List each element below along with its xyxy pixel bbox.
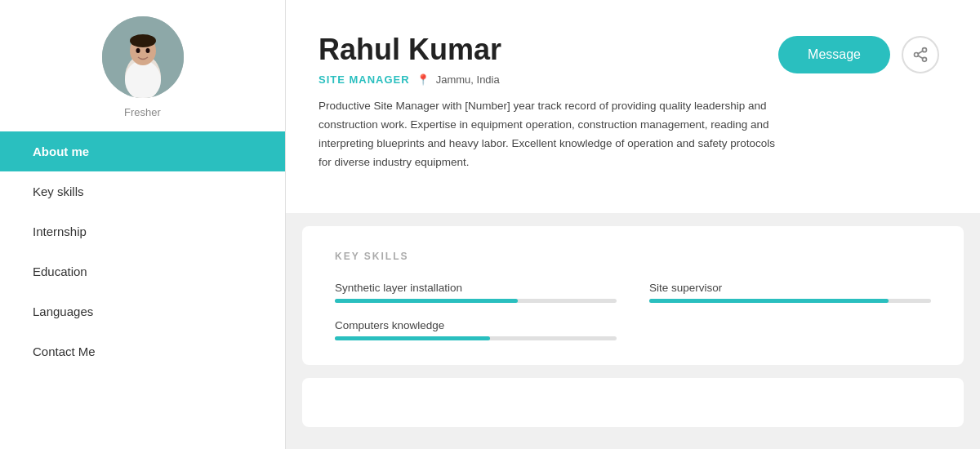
- svg-point-7: [145, 48, 149, 53]
- profile-header: Rahul Kumar SITE MANAGER 📍 Jammu, India …: [318, 33, 939, 172]
- skill-name-site-supervisor: Site supervisor: [649, 282, 931, 294]
- fresher-badge: Fresher: [124, 106, 161, 118]
- sidebar-item-about-me[interactable]: About me: [0, 131, 285, 171]
- profile-actions: Message: [778, 36, 939, 73]
- share-icon: [912, 47, 929, 63]
- skill-bar-bg-computers: [335, 336, 617, 340]
- skills-section: KEY SKILLS Synthetic layer installation …: [302, 226, 964, 365]
- sidebar-nav: About me Key skills Internship Education…: [0, 131, 285, 371]
- sidebar: Fresher About me Key skills Internship E…: [0, 0, 286, 449]
- sidebar-item-education[interactable]: Education: [0, 251, 285, 291]
- profile-bio: Productive Site Manager with [Number] ye…: [318, 97, 778, 172]
- skill-bar-fill-computers: [335, 336, 490, 340]
- skill-name-computers: Computers knowledge: [335, 319, 617, 331]
- extra-section: [302, 378, 964, 427]
- avatar: [102, 16, 184, 98]
- skill-item-synthetic: Synthetic layer installation: [335, 282, 617, 303]
- skill-name-synthetic: Synthetic layer installation: [335, 282, 617, 294]
- skill-bar-bg-site-supervisor: [649, 299, 931, 303]
- message-button[interactable]: Message: [778, 36, 890, 73]
- sidebar-item-internship[interactable]: Internship: [0, 211, 285, 251]
- skill-item-computers: Computers knowledge: [335, 319, 617, 340]
- svg-point-6: [136, 48, 140, 53]
- skills-grid: Synthetic layer installation Site superv…: [335, 282, 931, 340]
- profile-section: Rahul Kumar SITE MANAGER 📍 Jammu, India …: [286, 0, 980, 213]
- profile-title: SITE MANAGER: [318, 73, 410, 86]
- main-content: Rahul Kumar SITE MANAGER 📍 Jammu, India …: [286, 0, 980, 449]
- skill-bar-bg-synthetic: [335, 299, 617, 303]
- profile-location: Jammu, India: [436, 73, 500, 86]
- share-button[interactable]: [902, 36, 939, 73]
- sidebar-item-contact-me[interactable]: Contact Me: [0, 331, 285, 371]
- skill-bar-fill-site-supervisor: [649, 299, 889, 303]
- profile-name: Rahul Kumar: [318, 33, 778, 67]
- svg-line-11: [918, 56, 923, 58]
- sidebar-item-key-skills[interactable]: Key skills: [0, 171, 285, 211]
- skills-section-title: KEY SKILLS: [335, 251, 931, 262]
- sidebar-item-languages[interactable]: Languages: [0, 291, 285, 331]
- location-pin-icon: 📍: [416, 73, 430, 86]
- profile-title-row: SITE MANAGER 📍 Jammu, India: [318, 73, 778, 86]
- profile-info: Rahul Kumar SITE MANAGER 📍 Jammu, India …: [318, 33, 778, 172]
- svg-point-5: [130, 34, 156, 47]
- svg-point-3: [125, 60, 161, 98]
- svg-line-12: [918, 51, 923, 53]
- skill-bar-fill-synthetic: [335, 299, 518, 303]
- skill-item-site-supervisor: Site supervisor: [649, 282, 931, 303]
